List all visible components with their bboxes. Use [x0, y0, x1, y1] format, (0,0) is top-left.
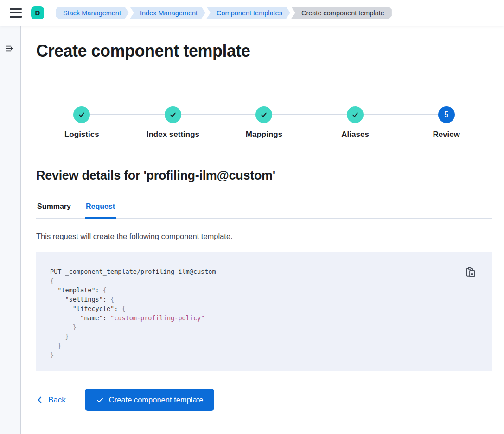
create-button-label: Create component template	[109, 395, 204, 404]
tab-request[interactable]: Request	[85, 202, 116, 219]
code-line: "name": "custom-profiling-policy"	[50, 313, 478, 323]
main-row: Create component template Logistics In	[0, 26, 504, 434]
breadcrumb-index-management[interactable]: Index Management	[130, 7, 205, 19]
collapsed-nav-rail	[0, 26, 21, 434]
back-button-label: Back	[48, 395, 66, 405]
code-line: PUT _component_template/profiling-ilm@cu…	[50, 267, 478, 276]
request-code-block: PUT _component_template/profiling-ilm@cu…	[36, 252, 492, 371]
copy-to-clipboard-icon[interactable]	[466, 267, 476, 277]
menu-hamburger-icon[interactable]	[10, 8, 22, 18]
top-header: D Stack Management Index Management Comp…	[0, 0, 504, 26]
create-component-template-button[interactable]: Create component template	[85, 389, 215, 411]
code-line: "lifecycle": {	[50, 304, 478, 313]
check-icon	[96, 396, 104, 404]
code-line: {	[50, 276, 478, 285]
code-line: }	[50, 332, 478, 341]
code-content: PUT _component_template/profiling-ilm@cu…	[50, 267, 478, 360]
request-description: This request will create the following c…	[36, 231, 492, 242]
step-current-circle: 5	[438, 106, 455, 123]
breadcrumb: Stack Management Index Management Compon…	[56, 7, 392, 19]
step-label: Review	[433, 130, 460, 140]
deployment-avatar[interactable]: D	[31, 6, 44, 19]
back-button[interactable]: Back	[36, 395, 66, 405]
breadcrumb-component-templates[interactable]: Component templates	[206, 7, 290, 19]
step-complete-circle	[73, 106, 90, 123]
step-mappings[interactable]: Mappings	[218, 106, 310, 140]
step-index-settings[interactable]: Index settings	[128, 106, 219, 140]
page-title: Create component template	[36, 41, 492, 61]
check-icon	[351, 111, 359, 118]
step-label: Mappings	[246, 130, 282, 140]
step-label: Logistics	[64, 130, 99, 140]
check-icon	[260, 111, 268, 118]
step-complete-circle	[255, 106, 272, 123]
step-logistics[interactable]: Logistics	[36, 106, 128, 140]
page-content: Create component template Logistics In	[21, 26, 504, 434]
step-label: Index settings	[147, 130, 199, 140]
check-icon	[78, 111, 85, 118]
step-label: Aliases	[341, 130, 369, 140]
check-icon	[169, 111, 177, 118]
code-line: }	[50, 350, 478, 360]
step-review[interactable]: 5 Review	[401, 106, 492, 140]
wizard-stepper: Logistics Index settings Mappings	[36, 106, 492, 140]
code-line: }	[50, 323, 478, 332]
step-complete-circle	[165, 106, 181, 123]
step-aliases[interactable]: Aliases	[310, 106, 401, 140]
title-divider	[36, 77, 492, 77]
review-heading: Review details for 'profiling-ilm@custom…	[36, 168, 492, 183]
tab-summary[interactable]: Summary	[36, 202, 72, 219]
expand-menu-icon[interactable]	[6, 45, 14, 54]
code-line: }	[50, 341, 478, 350]
breadcrumb-stack-management[interactable]: Stack Management	[56, 7, 129, 19]
wizard-actions: Back Create component template	[36, 389, 492, 411]
code-line: "settings": {	[50, 295, 478, 304]
step-complete-circle	[347, 106, 364, 123]
chevron-left-icon	[36, 396, 43, 404]
breadcrumb-current-page: Create component template	[291, 7, 392, 19]
code-line: "template": {	[50, 285, 478, 295]
review-tabs: Summary Request	[36, 202, 492, 219]
